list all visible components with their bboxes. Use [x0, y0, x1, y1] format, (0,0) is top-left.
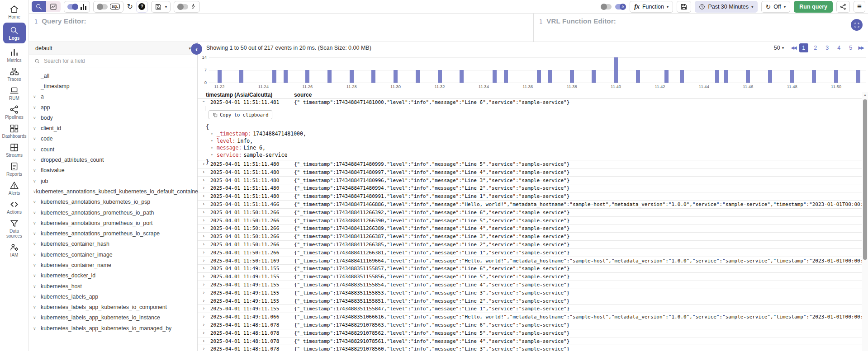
- first-page-button[interactable]: ◀◀: [791, 45, 796, 50]
- collapse-fields-button[interactable]: ‹: [191, 43, 202, 55]
- chevron-right-icon[interactable]: ›: [202, 193, 205, 199]
- sidebar-item-traces[interactable]: Traces: [1, 65, 28, 84]
- field-item[interactable]: _timestamp: [29, 81, 197, 91]
- field-item[interactable]: ∨dropped_attributes_count: [29, 154, 197, 165]
- log-row[interactable]: ›2025-04-01 11:48:11.078{"_timestamp":17…: [198, 321, 862, 329]
- visualize-mode-button[interactable]: [46, 1, 61, 12]
- log-row[interactable]: ›2025-04-01 11:50:11.266{"_timestamp":17…: [198, 209, 862, 217]
- chevron-down-icon[interactable]: ∨: [33, 263, 41, 267]
- chevron-down-icon[interactable]: ∨: [33, 116, 41, 120]
- field-item[interactable]: ∨client_id: [29, 123, 197, 133]
- log-row[interactable]: ›2025-04-01 11:50:11.266{"_timestamp":17…: [198, 233, 862, 241]
- log-row[interactable]: ›2025-04-01 11:48:11.078{"_timestamp":17…: [198, 329, 862, 337]
- chevron-down-icon[interactable]: ∨: [33, 221, 41, 225]
- field-item[interactable]: ∨kubernetes_labels_app_kubernetes_io_com…: [29, 302, 197, 313]
- log-row[interactable]: ›2025-04-01 11:49:11.155{"_timestamp":17…: [198, 297, 862, 305]
- field-item[interactable]: ∨kubernetes_container_hash: [29, 239, 197, 249]
- log-row[interactable]: ›2025-04-01 11:49:11.155{"_timestamp":17…: [198, 273, 862, 281]
- histogram-toggle[interactable]: [67, 4, 78, 9]
- chevron-right-icon[interactable]: ›: [202, 161, 205, 167]
- field-item[interactable]: ∨kubernetes_docker_id: [29, 271, 197, 281]
- transform-toggle[interactable]: [601, 4, 612, 9]
- field-item[interactable]: ∨body: [29, 112, 197, 123]
- sidebar-item-data-sources[interactable]: Data sources: [1, 217, 28, 241]
- chevron-down-icon[interactable]: ∨: [33, 147, 41, 152]
- log-row[interactable]: ›2025-04-01 11:48:11.078{"_timestamp":17…: [198, 337, 862, 346]
- chevron-right-icon[interactable]: ›: [202, 346, 205, 351]
- chevron-right-icon[interactable]: ›: [202, 185, 205, 191]
- log-row[interactable]: ›2025-04-01 11:51:11.480{"_timestamp":17…: [198, 168, 862, 177]
- chevron-right-icon[interactable]: ›: [202, 177, 205, 183]
- sidebar-item-logs[interactable]: Logs: [3, 23, 26, 43]
- log-row[interactable]: ›2025-04-01 11:51:11.480{"_timestamp":17…: [198, 184, 862, 192]
- chevron-down-icon[interactable]: ∨: [33, 305, 41, 309]
- log-row[interactable]: ›2025-04-01 11:50:11.266{"_timestamp":17…: [198, 249, 862, 257]
- auto-refresh-select[interactable]: ↻ Off ▾: [761, 1, 791, 13]
- chevron-down-icon[interactable]: ∨: [33, 200, 41, 204]
- chevron-down-icon[interactable]: ∨: [33, 179, 41, 183]
- page-button[interactable]: 3: [823, 43, 832, 52]
- page-button[interactable]: 1: [799, 43, 808, 52]
- sidebar-item-pipelines[interactable]: Pipelines: [1, 103, 28, 122]
- field-item[interactable]: ∨kubernetes_labels_app_kubernetes_io_ins…: [29, 313, 197, 323]
- share-button[interactable]: [836, 1, 850, 13]
- field-item[interactable]: ∨a: [29, 92, 197, 102]
- chevron-down-icon[interactable]: ∨: [33, 273, 41, 278]
- log-row[interactable]: ›2025-04-01 11:51:11.480{"_timestamp":17…: [198, 192, 862, 201]
- expanded-log-row[interactable]: › 2025-04-01 11:51:11.481 {"_timestamp":…: [198, 98, 862, 105]
- field-item[interactable]: ∨count: [29, 144, 197, 154]
- log-row[interactable]: ›2025-04-01 11:49:11.155{"_timestamp":17…: [198, 281, 862, 289]
- sidebar-item-dashboards[interactable]: Dashboards: [1, 122, 28, 141]
- field-item[interactable]: ∨kubernetes_annotations_kubectl_kubernet…: [29, 186, 197, 197]
- log-row[interactable]: ›2025-04-01 11:51:11.480{"_timestamp":17…: [198, 177, 862, 185]
- chevron-right-icon[interactable]: ›: [202, 257, 205, 263]
- chevron-down-icon[interactable]: ∨: [33, 94, 41, 99]
- sidebar-item-alerts[interactable]: Alerts: [1, 179, 28, 198]
- field-item[interactable]: ∨kubernetes_labels_app_kubernetes_io_man…: [29, 323, 197, 333]
- log-row[interactable]: ›2025-04-01 11:49:11.155{"_timestamp":17…: [198, 305, 862, 313]
- chevron-down-icon[interactable]: ›: [201, 100, 207, 103]
- sidebar-item-metrics[interactable]: Metrics: [1, 46, 28, 65]
- chevron-down-icon[interactable]: ∨: [33, 326, 41, 331]
- quick-mode-toggle[interactable]: [177, 4, 188, 9]
- log-row[interactable]: ›2025-04-01 11:49:11.155{"_timestamp":17…: [198, 289, 862, 297]
- chevron-right-icon[interactable]: ›: [202, 330, 205, 336]
- scrollbar-thumb[interactable]: [863, 99, 867, 260]
- sidebar-item-streams[interactable]: Streams: [1, 141, 28, 160]
- chevron-down-icon[interactable]: ▾: [211, 132, 217, 136]
- chevron-down-icon[interactable]: ∨: [33, 105, 41, 110]
- field-item[interactable]: ∨kubernetes_annotations_kubernetes_io_ps…: [29, 197, 197, 207]
- chevron-right-icon[interactable]: ›: [202, 338, 205, 344]
- vertical-scrollbar[interactable]: ▲: [862, 92, 868, 351]
- chevron-right-icon[interactable]: ›: [202, 322, 205, 328]
- chevron-down-icon[interactable]: ∨: [33, 315, 41, 320]
- sql-mode-toggle[interactable]: [97, 4, 108, 9]
- log-row[interactable]: ›2025-04-01 11:49:11.155{"_timestamp":17…: [198, 265, 862, 273]
- chevron-right-icon[interactable]: ›: [202, 314, 205, 319]
- chevron-right-icon[interactable]: ›: [202, 241, 205, 247]
- chevron-right-icon[interactable]: ›: [202, 209, 205, 215]
- field-item[interactable]: ∨floatvalue: [29, 165, 197, 176]
- search-mode-button[interactable]: [32, 1, 46, 12]
- chevron-down-icon[interactable]: ∨: [33, 136, 41, 141]
- sidebar-item-reports[interactable]: Reports: [1, 160, 28, 179]
- chevron-down-icon[interactable]: ▾: [211, 153, 217, 157]
- field-item[interactable]: ∨kubernetes_annotations_prometheus_io_po…: [29, 218, 197, 228]
- chevron-down-icon[interactable]: ∨: [33, 189, 36, 194]
- copy-to-clipboard-button[interactable]: Copy to clipboard: [209, 110, 272, 119]
- field-item[interactable]: ∨app: [29, 102, 197, 112]
- chevron-right-icon[interactable]: ›: [202, 233, 205, 239]
- sidebar-item-rum[interactable]: RUM: [1, 84, 28, 103]
- sidebar-item-iam[interactable]: IAM: [1, 241, 28, 260]
- saved-search-caret-icon[interactable]: ▾: [165, 5, 167, 9]
- help-button[interactable]: ?: [136, 1, 148, 13]
- query-editor[interactable]: 1 Query Editor:: [29, 14, 533, 42]
- page-button[interactable]: 5: [846, 43, 855, 52]
- vrl-function-editor[interactable]: 1 VRL Function Editor:: [533, 14, 868, 42]
- field-item[interactable]: ∨kubernetes_container_name: [29, 260, 197, 270]
- log-row[interactable]: ›2025-04-01 11:50:11.169{"_timestamp":17…: [198, 257, 862, 265]
- run-query-button[interactable]: Run query: [794, 1, 833, 13]
- page-button[interactable]: 4: [835, 43, 844, 52]
- save-function-button[interactable]: [677, 1, 691, 13]
- chevron-right-icon[interactable]: ›: [202, 305, 205, 311]
